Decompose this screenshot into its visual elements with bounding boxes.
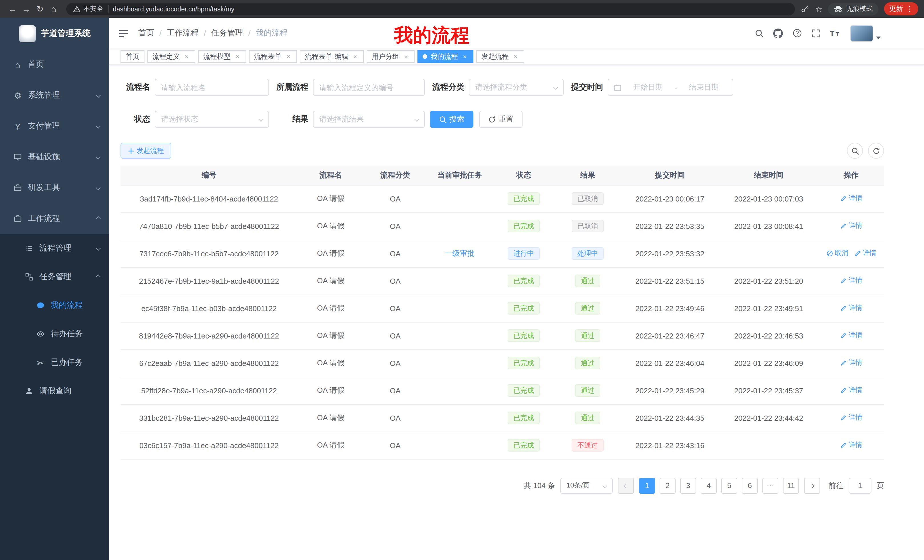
back-icon[interactable]: ←: [6, 4, 20, 14]
submit-time-range[interactable]: 开始日期 - 结束日期: [608, 79, 733, 96]
category-select[interactable]: 请选择流程分类: [469, 79, 564, 96]
table-row: 819442e8-7b9a-11ec-a290-acde48001122 OA …: [120, 322, 884, 349]
tab-user-group[interactable]: 用户分组×: [367, 50, 415, 63]
show-search-button[interactable]: [847, 143, 863, 159]
detail-link[interactable]: 详情: [840, 331, 862, 340]
close-icon[interactable]: ×: [352, 53, 358, 60]
update-button[interactable]: 更新 ⋮: [884, 2, 918, 15]
sidebar-item-system-management[interactable]: ⚙系统管理: [0, 80, 109, 111]
address-bar[interactable]: 不安全 dashboard.yudao.iocoder.cn/bpm/task/…: [66, 3, 795, 15]
close-icon[interactable]: ×: [183, 53, 190, 60]
revoke-icon: [826, 250, 833, 257]
detail-link[interactable]: 详情: [840, 440, 862, 450]
svg-text:T: T: [830, 29, 834, 37]
sidebar-item-payment-management[interactable]: ¥支付管理: [0, 111, 109, 142]
submit-time-label: 提交时间: [569, 82, 603, 93]
hamburger-icon[interactable]: [119, 29, 129, 37]
sidebar-item-process-management[interactable]: 流程管理: [0, 234, 109, 263]
cancel-link[interactable]: 取消: [826, 249, 848, 258]
detail-link[interactable]: 详情: [840, 194, 862, 204]
avatar[interactable]: [850, 25, 873, 41]
sidebar-item-home[interactable]: ⌂首页: [0, 49, 109, 80]
detail-link[interactable]: 详情: [840, 358, 862, 368]
page-button-2[interactable]: 2: [660, 478, 676, 494]
fontsize-icon[interactable]: TT: [830, 29, 841, 37]
goto-page-input[interactable]: [849, 478, 872, 494]
search-icon[interactable]: [755, 29, 764, 37]
warning-icon: [73, 5, 81, 12]
close-icon[interactable]: ×: [461, 53, 468, 60]
page-button-1[interactable]: 1: [639, 478, 655, 494]
tab-home[interactable]: 首页: [120, 50, 144, 63]
refresh-icon: [872, 147, 880, 154]
reset-button[interactable]: 重置: [479, 111, 522, 128]
detail-link[interactable]: 详情: [840, 276, 862, 286]
cell-category: OA: [364, 377, 427, 404]
fullscreen-icon[interactable]: [812, 29, 820, 37]
breadcrumb-item[interactable]: 任务管理: [211, 28, 243, 38]
question-icon[interactable]: [793, 28, 802, 38]
process-definition-input[interactable]: [313, 79, 425, 96]
cell-status: 已完成: [493, 431, 555, 459]
detail-link[interactable]: 详情: [840, 386, 862, 395]
close-icon[interactable]: ×: [285, 53, 292, 60]
sidebar-item-workflow[interactable]: 工作流程: [0, 203, 109, 234]
user-menu[interactable]: [850, 25, 880, 41]
app-logo[interactable]: 芋道管理系统: [0, 18, 109, 49]
breadcrumb-item[interactable]: 首页: [138, 28, 154, 38]
page-button-6[interactable]: 6: [742, 478, 758, 494]
breadcrumb-item[interactable]: 工作流程: [167, 28, 199, 38]
tab-process-model[interactable]: 流程模型×: [198, 50, 246, 63]
initiate-process-button[interactable]: 发起流程: [120, 143, 171, 159]
sidebar-item-todo-task[interactable]: 待办任务: [0, 320, 109, 348]
detail-link[interactable]: 详情: [840, 413, 862, 423]
github-icon[interactable]: [773, 28, 783, 38]
cell-category: OA: [364, 295, 427, 322]
cell-end-time: 2022-01-22 23:49:51: [719, 295, 818, 322]
page-button-3[interactable]: 3: [680, 478, 696, 494]
forward-icon[interactable]: →: [20, 4, 33, 14]
search-button[interactable]: 搜索: [430, 111, 473, 128]
current-task-link[interactable]: 一级审批: [445, 249, 475, 258]
detail-link[interactable]: 详情: [854, 249, 876, 258]
detail-link[interactable]: 详情: [840, 221, 862, 231]
tab-process-form[interactable]: 流程表单×: [249, 50, 297, 63]
close-icon[interactable]: ×: [512, 53, 519, 60]
page-button-4[interactable]: 4: [701, 478, 717, 494]
tab-process-definition[interactable]: 流程定义×: [147, 50, 195, 63]
sidebar-item-leave-query[interactable]: 请假查询: [0, 377, 109, 405]
home-icon[interactable]: ⌂: [47, 4, 60, 14]
key-icon[interactable]: [801, 4, 810, 13]
sidebar-item-done-task[interactable]: ✂已办任务: [0, 348, 109, 377]
search-icon: [439, 115, 447, 123]
refresh-table-button[interactable]: [868, 143, 884, 159]
sidebar-item-my-process[interactable]: 我的流程: [0, 291, 109, 320]
sidebar-item-infrastructure[interactable]: 基础设施: [0, 142, 109, 172]
status-select[interactable]: 请选择状态: [155, 111, 269, 128]
page-button-5[interactable]: 5: [721, 478, 737, 494]
result-select[interactable]: 请选择流结果: [313, 111, 425, 128]
column-header: 流程名: [297, 166, 364, 185]
page-size-select[interactable]: 10条/页: [560, 478, 613, 494]
detail-link[interactable]: 详情: [840, 303, 862, 313]
next-page-button[interactable]: [804, 478, 820, 494]
menu-item-label: 待办任务: [51, 329, 83, 339]
sidebar-item-task-management[interactable]: 任务管理: [0, 263, 109, 291]
status-tag: 已完成: [508, 192, 540, 205]
prev-page-button[interactable]: [618, 478, 634, 494]
cell-actions: 详情: [818, 322, 884, 349]
close-icon[interactable]: ×: [403, 53, 410, 60]
tab-label: 流程表单: [254, 52, 282, 61]
close-icon[interactable]: ×: [234, 53, 241, 60]
tab-process-form-edit[interactable]: 流程表单-编辑×: [300, 50, 364, 63]
page-button-11[interactable]: 11: [783, 478, 799, 494]
more-pages-button[interactable]: ···: [762, 478, 778, 494]
menu-dots-icon[interactable]: ⋮: [906, 4, 913, 13]
reload-icon[interactable]: ↻: [33, 4, 47, 14]
tab-initiate-process[interactable]: 发起流程×: [476, 50, 524, 63]
process-name-input[interactable]: [155, 79, 269, 96]
result-tag: 处理中: [572, 247, 604, 260]
sidebar-item-dev-tools[interactable]: 研发工具: [0, 172, 109, 203]
tab-my-process[interactable]: 我的流程×: [417, 50, 473, 63]
bookmark-star-icon[interactable]: ☆: [815, 4, 822, 13]
